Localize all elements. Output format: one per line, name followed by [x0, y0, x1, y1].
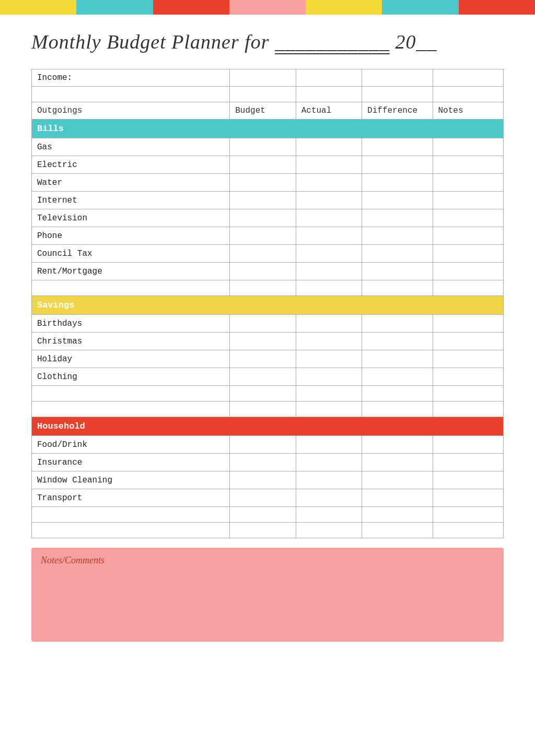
row-council-tax: Council Tax: [32, 245, 504, 263]
item-food-drink: Food/Drink: [32, 436, 230, 454]
council-tax-budget[interactable]: [230, 245, 296, 263]
internet-actual[interactable]: [296, 192, 362, 209]
birthdays-budget[interactable]: [230, 315, 296, 333]
holiday-notes[interactable]: [433, 350, 503, 368]
page-title: Monthly Budget Planner for ___________ 2…: [31, 30, 504, 54]
row-window-cleaning: Window Cleaning: [32, 471, 504, 489]
gas-notes[interactable]: [433, 138, 503, 156]
row-transport: Transport: [32, 489, 504, 507]
transport-actual[interactable]: [296, 489, 362, 507]
item-clothing: Clothing: [32, 368, 230, 386]
birthdays-actual[interactable]: [296, 315, 362, 333]
rent-actual[interactable]: [296, 263, 362, 280]
top-bar-red: [153, 0, 229, 15]
clothing-notes[interactable]: [433, 368, 503, 386]
top-bar-pink: [229, 0, 306, 15]
electric-budget[interactable]: [230, 156, 296, 174]
item-rent-mortgage: Rent/Mortgage: [32, 263, 230, 280]
window-budget[interactable]: [230, 471, 296, 489]
notes-title: Notes/Comments: [41, 555, 494, 566]
rent-notes[interactable]: [433, 263, 503, 280]
council-tax-diff: [362, 245, 433, 263]
section-household-header: Household: [32, 417, 504, 436]
row-gas: Gas: [32, 138, 504, 156]
item-television: Television: [32, 209, 230, 227]
phone-actual[interactable]: [296, 227, 362, 245]
council-tax-actual[interactable]: [296, 245, 362, 263]
transport-notes[interactable]: [433, 489, 503, 507]
christmas-actual[interactable]: [296, 333, 362, 350]
page: Monthly Budget Planner for ___________ 2…: [0, 0, 535, 756]
birthdays-notes[interactable]: [433, 315, 503, 333]
clothing-actual[interactable]: [296, 368, 362, 386]
holiday-budget[interactable]: [230, 350, 296, 368]
television-notes[interactable]: [433, 209, 503, 227]
food-notes[interactable]: [433, 436, 503, 454]
transport-budget[interactable]: [230, 489, 296, 507]
council-tax-notes[interactable]: [433, 245, 503, 263]
clothing-budget[interactable]: [230, 368, 296, 386]
col-budget-header: Budget: [230, 102, 296, 120]
insurance-notes[interactable]: [433, 454, 503, 471]
row-water: Water: [32, 174, 504, 192]
col-actual-header: Actual: [296, 102, 362, 120]
window-notes[interactable]: [433, 471, 503, 489]
gas-diff: [362, 138, 433, 156]
food-budget[interactable]: [230, 436, 296, 454]
gas-budget[interactable]: [230, 138, 296, 156]
income-actual: [296, 69, 362, 87]
phone-budget[interactable]: [230, 227, 296, 245]
outgoings-header-row: Outgoings Budget Actual Difference Notes: [32, 102, 504, 120]
christmas-notes[interactable]: [433, 333, 503, 350]
phone-notes[interactable]: [433, 227, 503, 245]
phone-diff: [362, 227, 433, 245]
birthdays-diff: [362, 315, 433, 333]
rent-budget[interactable]: [230, 263, 296, 280]
electric-notes[interactable]: [433, 156, 503, 174]
television-budget[interactable]: [230, 209, 296, 227]
row-rent-mortgage: Rent/Mortgage: [32, 263, 504, 280]
bottom-color-bar: [0, 741, 535, 756]
income-budget: [230, 69, 296, 87]
top-color-bar: [0, 0, 535, 15]
notes-comments-box: Notes/Comments: [31, 548, 504, 642]
row-insurance: Insurance: [32, 454, 504, 471]
gas-actual[interactable]: [296, 138, 362, 156]
clothing-diff: [362, 368, 433, 386]
top-bar-teal2: [382, 0, 458, 15]
item-water: Water: [32, 174, 230, 192]
internet-notes[interactable]: [433, 192, 503, 209]
item-electric: Electric: [32, 156, 230, 174]
internet-budget[interactable]: [230, 192, 296, 209]
col-notes-header: Notes: [433, 102, 503, 120]
insurance-budget[interactable]: [230, 454, 296, 471]
food-actual[interactable]: [296, 436, 362, 454]
television-diff: [362, 209, 433, 227]
item-transport: Transport: [32, 489, 230, 507]
item-window-cleaning: Window Cleaning: [32, 471, 230, 489]
bills-blank-row: [32, 280, 504, 296]
item-holiday: Holiday: [32, 350, 230, 368]
blank-row-1: [32, 87, 504, 102]
item-insurance: Insurance: [32, 454, 230, 471]
section-savings-label: Savings: [32, 296, 504, 315]
income-row: Income:: [32, 69, 504, 87]
holiday-actual[interactable]: [296, 350, 362, 368]
section-bills-label: Bills: [32, 120, 504, 138]
title-line: ___________: [275, 30, 390, 54]
budget-table: Income: Outgoings Budget Actual Differen…: [31, 69, 504, 538]
window-actual[interactable]: [296, 471, 362, 489]
television-actual[interactable]: [296, 209, 362, 227]
water-notes[interactable]: [433, 174, 503, 192]
rent-diff: [362, 263, 433, 280]
electric-actual[interactable]: [296, 156, 362, 174]
item-gas: Gas: [32, 138, 230, 156]
insurance-actual[interactable]: [296, 454, 362, 471]
top-bar-red2: [459, 0, 535, 15]
water-budget[interactable]: [230, 174, 296, 192]
water-actual[interactable]: [296, 174, 362, 192]
christmas-budget[interactable]: [230, 333, 296, 350]
section-household-label: Household: [32, 417, 504, 436]
row-birthdays: Birthdays: [32, 315, 504, 333]
top-bar-yellow2: [306, 0, 382, 15]
